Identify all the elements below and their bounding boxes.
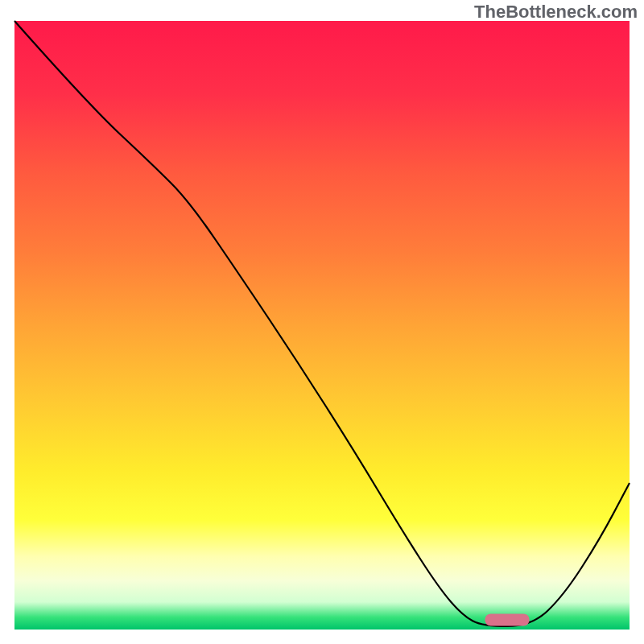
plot-background [14, 21, 630, 630]
chart-svg [0, 0, 644, 644]
optimal-marker [485, 614, 530, 626]
chart-canvas: TheBottleneck.com [0, 0, 644, 644]
